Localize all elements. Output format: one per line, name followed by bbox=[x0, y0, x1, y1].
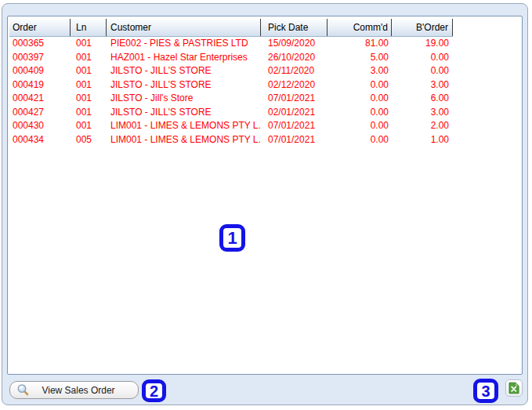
table-row[interactable]: 000365 001 PIE002 - PIES & PASTRIES LTD … bbox=[9, 37, 453, 51]
column-header-pick-date[interactable]: Pick Date bbox=[261, 19, 328, 36]
order-lines-grid-panel: Order Ln Customer Pick Date Comm'd B'Ord… bbox=[7, 16, 523, 375]
magnifier-icon bbox=[16, 383, 30, 397]
excel-export-button[interactable] bbox=[505, 379, 523, 397]
cell-order: 000421 bbox=[9, 92, 71, 106]
column-header-customer[interactable]: Customer bbox=[107, 19, 261, 36]
cell-customer: LIM001 - LIMES & LEMONS PTY L... bbox=[107, 119, 261, 133]
cell-order: 000434 bbox=[9, 133, 71, 147]
cell-ln: 005 bbox=[71, 133, 107, 147]
cell-commd: 0.00 bbox=[328, 133, 392, 147]
column-header-order[interactable]: Order bbox=[9, 19, 71, 36]
cell-customer: JILSTO - JILL'S STORE bbox=[107, 78, 261, 93]
table-row[interactable]: 000430 001 LIM001 - LIMES & LEMONS PTY L… bbox=[9, 119, 453, 133]
cell-order: 000397 bbox=[9, 51, 71, 65]
callout-1: 1 bbox=[219, 224, 245, 252]
cell-customer: JILSTO - JILL'S STORE bbox=[107, 64, 261, 78]
cell-pick-date: 02/01/2021 bbox=[261, 106, 328, 120]
column-header-border[interactable]: B'Order bbox=[392, 19, 453, 36]
column-header-commd[interactable]: Comm'd bbox=[328, 19, 392, 36]
cell-customer: JILSTO - Jill's Store bbox=[107, 92, 261, 106]
cell-commd: 0.00 bbox=[328, 106, 392, 120]
table-row[interactable]: 000427 001 JILSTO - JILL'S STORE 02/01/2… bbox=[9, 106, 453, 120]
cell-order: 000365 bbox=[9, 37, 71, 51]
cell-ln: 001 bbox=[71, 78, 107, 93]
cell-border: 0.00 bbox=[392, 51, 453, 65]
cell-ln: 001 bbox=[71, 37, 107, 51]
view-sales-order-label: View Sales Order bbox=[30, 385, 138, 396]
excel-export-icon bbox=[508, 382, 519, 394]
cell-pick-date: 15/09/2020 bbox=[261, 37, 328, 51]
table-row[interactable]: 000397 001 HAZ001 - Hazel Star Enterpris… bbox=[9, 51, 453, 65]
cell-pick-date: 02/11/2020 bbox=[261, 64, 328, 78]
table-row[interactable]: 000421 001 JILSTO - Jill's Store 07/01/2… bbox=[9, 92, 453, 106]
cell-border: 2.00 bbox=[392, 119, 453, 133]
table-row[interactable]: 000419 001 JILSTO - JILL'S STORE 02/12/2… bbox=[9, 78, 453, 93]
cell-ln: 001 bbox=[71, 64, 107, 78]
cell-border: 0.00 bbox=[392, 64, 453, 78]
table-body: 000365 001 PIE002 - PIES & PASTRIES LTD … bbox=[9, 37, 453, 147]
cell-commd: 0.00 bbox=[328, 78, 392, 93]
table-row[interactable]: 000409 001 JILSTO - JILL'S STORE 02/11/2… bbox=[9, 64, 453, 78]
cell-customer: PIE002 - PIES & PASTRIES LTD bbox=[107, 37, 261, 51]
cell-order: 000430 bbox=[9, 119, 71, 133]
cell-customer: JILSTO - JILL'S STORE bbox=[107, 106, 261, 120]
cell-customer: LIM001 - LIMES & LEMONS PTY L... bbox=[107, 133, 261, 147]
cell-customer: HAZ001 - Hazel Star Enterprises bbox=[107, 51, 261, 65]
cell-commd: 5.00 bbox=[328, 51, 392, 65]
cell-commd: 81.00 bbox=[328, 37, 392, 51]
cell-border: 6.00 bbox=[392, 92, 453, 106]
callout-3: 3 bbox=[473, 379, 498, 403]
cell-pick-date: 26/10/2020 bbox=[261, 51, 328, 65]
cell-ln: 001 bbox=[71, 51, 107, 65]
cell-border: 3.00 bbox=[392, 78, 453, 93]
cell-ln: 001 bbox=[71, 106, 107, 120]
cell-pick-date: 07/01/2021 bbox=[261, 119, 328, 133]
cell-border: 19.00 bbox=[392, 37, 453, 51]
callout-2: 2 bbox=[142, 379, 166, 402]
cell-pick-date: 02/12/2020 bbox=[261, 78, 328, 93]
cell-border: 3.00 bbox=[392, 106, 453, 120]
grid-header-row: Order Ln Customer Pick Date Comm'd B'Ord… bbox=[9, 19, 453, 37]
cell-commd: 0.00 bbox=[328, 92, 392, 106]
cell-order: 000409 bbox=[9, 64, 71, 78]
cell-order: 000419 bbox=[9, 78, 71, 93]
cell-pick-date: 07/01/2021 bbox=[261, 92, 328, 106]
cell-commd: 3.00 bbox=[328, 64, 392, 78]
cell-border: 1.00 bbox=[392, 133, 453, 147]
cell-order: 000427 bbox=[9, 106, 71, 120]
cell-ln: 001 bbox=[71, 119, 107, 133]
order-lines-window: Order Ln Customer Pick Date Comm'd B'Ord… bbox=[0, 0, 532, 410]
cell-pick-date: 07/01/2021 bbox=[261, 133, 328, 147]
cell-commd: 0.00 bbox=[328, 119, 392, 133]
cell-ln: 001 bbox=[71, 92, 107, 106]
view-sales-order-button[interactable]: View Sales Order bbox=[9, 381, 139, 399]
order-lines-grid: Order Ln Customer Pick Date Comm'd B'Ord… bbox=[9, 19, 453, 147]
column-header-ln[interactable]: Ln bbox=[71, 19, 107, 36]
table-row[interactable]: 000434 005 LIM001 - LIMES & LEMONS PTY L… bbox=[9, 133, 453, 147]
